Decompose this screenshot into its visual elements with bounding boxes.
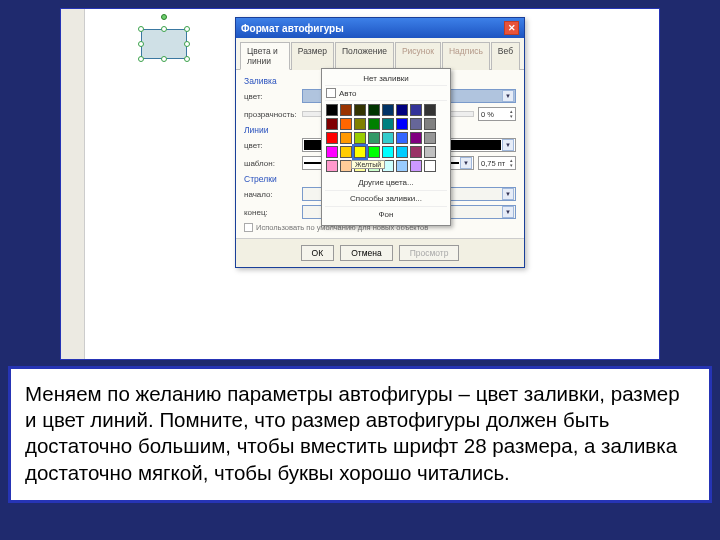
arrow-end-label: конец: <box>244 208 298 217</box>
transparency-spinner[interactable]: 0 % ▴▾ <box>478 107 516 121</box>
color-grid <box>325 101 447 175</box>
dialog-tabs: Цвета и линии Размер Положение Рисунок Н… <box>236 38 524 70</box>
color-swatch[interactable] <box>424 104 436 116</box>
color-swatch[interactable] <box>396 104 408 116</box>
line-color-label: цвет: <box>244 141 298 150</box>
color-swatch <box>326 88 336 98</box>
color-swatch[interactable] <box>354 146 366 158</box>
color-swatch[interactable] <box>410 118 422 130</box>
cancel-button[interactable]: Отмена <box>340 245 393 261</box>
chevron-down-icon: ▾ <box>510 163 513 168</box>
color-swatch[interactable] <box>368 132 380 144</box>
color-swatch[interactable] <box>340 146 352 158</box>
tab-size[interactable]: Размер <box>291 42 334 70</box>
color-swatch[interactable] <box>382 146 394 158</box>
color-swatch[interactable] <box>326 118 338 130</box>
resize-handle[interactable] <box>161 56 167 62</box>
chevron-down-icon: ▼ <box>460 157 472 169</box>
line-thickness-spinner[interactable]: 0,75 пт ▴▾ <box>478 156 516 170</box>
chevron-down-icon: ▾ <box>510 114 513 119</box>
selected-autoshape[interactable] <box>141 29 187 59</box>
color-swatch[interactable] <box>396 160 408 172</box>
background-button[interactable]: Фон <box>325 206 447 222</box>
color-swatch[interactable] <box>410 132 422 144</box>
arrow-start-label: начало: <box>244 190 298 199</box>
color-swatch[interactable] <box>424 160 436 172</box>
color-swatch[interactable] <box>410 160 422 172</box>
resize-handle[interactable] <box>138 26 144 32</box>
color-swatch[interactable] <box>396 118 408 130</box>
color-swatch[interactable] <box>354 132 366 144</box>
transparency-label: прозрачность: <box>244 110 298 119</box>
document-canvas[interactable]: Формат автофигуры ✕ Цвета и линии Размер… <box>85 9 659 359</box>
dialog-titlebar[interactable]: Формат автофигуры ✕ <box>236 18 524 38</box>
format-autoshape-dialog: Формат автофигуры ✕ Цвета и линии Размер… <box>235 17 525 268</box>
chevron-down-icon: ▼ <box>502 90 514 102</box>
resize-handle[interactable] <box>138 56 144 62</box>
line-pattern-label: шаблон: <box>244 159 298 168</box>
resize-handle[interactable] <box>184 26 190 32</box>
chevron-down-icon: ▼ <box>502 139 514 151</box>
auto-label: Авто <box>339 89 356 98</box>
slide-frame: Формат автофигуры ✕ Цвета и линии Размер… <box>60 8 660 360</box>
color-picker-popup: Нет заливки Авто Другие цвета... Способы… <box>321 68 451 226</box>
fill-effects-button[interactable]: Способы заливки... <box>325 190 447 206</box>
color-swatch[interactable] <box>326 104 338 116</box>
thickness-value: 0,75 пт <box>481 159 505 168</box>
resize-handle[interactable] <box>184 41 190 47</box>
document-ruler <box>61 9 85 359</box>
preview-button: Просмотр <box>399 245 460 261</box>
dialog-footer: ОК Отмена Просмотр <box>236 238 524 267</box>
default-checkbox[interactable] <box>244 223 253 232</box>
color-swatch[interactable] <box>410 104 422 116</box>
chevron-down-icon: ▼ <box>502 188 514 200</box>
transparency-value: 0 % <box>481 110 494 119</box>
color-swatch[interactable] <box>382 104 394 116</box>
color-swatch[interactable] <box>410 146 422 158</box>
color-swatch[interactable] <box>382 118 394 130</box>
close-icon[interactable]: ✕ <box>504 21 519 35</box>
no-fill-label: Нет заливки <box>326 74 446 83</box>
resize-handle[interactable] <box>184 56 190 62</box>
dialog-title: Формат автофигуры <box>241 23 344 34</box>
resize-handle[interactable] <box>161 26 167 32</box>
tab-textbox: Надпись <box>442 42 490 70</box>
color-swatch[interactable] <box>326 132 338 144</box>
color-swatch[interactable] <box>396 132 408 144</box>
color-swatch[interactable] <box>382 132 394 144</box>
rotate-handle[interactable] <box>161 14 167 20</box>
tab-web[interactable]: Веб <box>491 42 520 70</box>
color-swatch[interactable] <box>424 118 436 130</box>
fill-color-label: цвет: <box>244 92 298 101</box>
tab-picture: Рисунок <box>395 42 441 70</box>
resize-handle[interactable] <box>138 41 144 47</box>
tab-colors-and-lines[interactable]: Цвета и линии <box>240 42 290 70</box>
no-fill-option[interactable]: Нет заливки <box>325 72 447 86</box>
color-swatch[interactable] <box>396 146 408 158</box>
auto-color-option[interactable]: Авто <box>325 86 447 101</box>
color-swatch[interactable] <box>340 104 352 116</box>
color-swatch[interactable] <box>368 104 380 116</box>
ok-button[interactable]: ОК <box>301 245 335 261</box>
color-swatch[interactable] <box>354 104 366 116</box>
color-swatch[interactable] <box>368 146 380 158</box>
color-swatch[interactable] <box>368 118 380 130</box>
color-swatch[interactable] <box>326 160 338 172</box>
color-swatch[interactable] <box>354 118 366 130</box>
color-swatch[interactable] <box>340 118 352 130</box>
color-swatch[interactable] <box>326 146 338 158</box>
instruction-caption: Меняем по желанию параметры автофигуры –… <box>8 366 712 503</box>
chevron-down-icon: ▼ <box>502 206 514 218</box>
color-swatch[interactable] <box>424 132 436 144</box>
color-swatch[interactable] <box>340 132 352 144</box>
tab-position[interactable]: Положение <box>335 42 394 70</box>
more-colors-button[interactable]: Другие цвета... <box>325 175 447 190</box>
color-swatch[interactable] <box>424 146 436 158</box>
